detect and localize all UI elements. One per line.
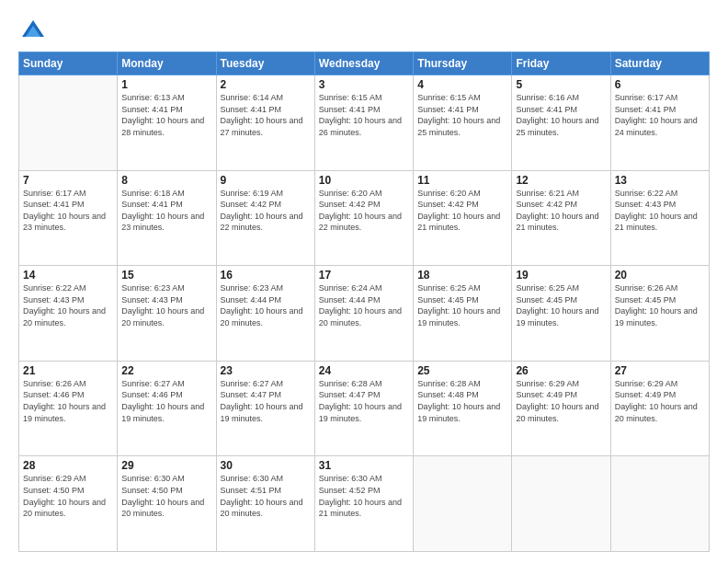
day-number: 30	[221, 459, 311, 472]
calendar-header-row: SundayMondayTuesdayWednesdayThursdayFrid…	[19, 52, 710, 75]
calendar-cell: 26Sunrise: 6:29 AMSunset: 4:49 PMDayligh…	[512, 361, 610, 456]
calendar-cell: 10Sunrise: 6:20 AMSunset: 4:42 PMDayligh…	[314, 170, 413, 266]
day-number: 24	[319, 364, 409, 377]
day-info: Sunrise: 6:13 AMSunset: 4:41 PMDaylight:…	[121, 92, 211, 138]
logo	[18, 18, 46, 44]
calendar-cell: 19Sunrise: 6:25 AMSunset: 4:45 PMDayligh…	[512, 266, 610, 362]
day-info: Sunrise: 6:24 AMSunset: 4:44 PMDaylight:…	[319, 282, 409, 328]
day-number: 19	[516, 269, 606, 282]
day-number: 4	[417, 78, 507, 91]
calendar-cell: 28Sunrise: 6:29 AMSunset: 4:50 PMDayligh…	[19, 456, 118, 552]
logo-icon	[20, 18, 46, 44]
calendar-week-5: 28Sunrise: 6:29 AMSunset: 4:50 PMDayligh…	[19, 456, 710, 552]
calendar-week-1: 1Sunrise: 6:13 AMSunset: 4:41 PMDaylight…	[19, 75, 710, 171]
calendar-week-4: 21Sunrise: 6:26 AMSunset: 4:46 PMDayligh…	[19, 361, 710, 456]
day-number: 12	[516, 174, 606, 187]
calendar-cell: 17Sunrise: 6:24 AMSunset: 4:44 PMDayligh…	[314, 266, 413, 362]
calendar-header-thursday: Thursday	[414, 52, 512, 75]
day-number: 11	[417, 174, 507, 187]
day-info: Sunrise: 6:29 AMSunset: 4:49 PMDaylight:…	[516, 378, 606, 424]
calendar-cell: 31Sunrise: 6:30 AMSunset: 4:52 PMDayligh…	[314, 456, 413, 552]
calendar-cell: 22Sunrise: 6:27 AMSunset: 4:46 PMDayligh…	[118, 361, 216, 456]
calendar-cell: 23Sunrise: 6:27 AMSunset: 4:47 PMDayligh…	[216, 361, 314, 456]
day-info: Sunrise: 6:15 AMSunset: 4:41 PMDaylight:…	[319, 92, 409, 138]
day-info: Sunrise: 6:19 AMSunset: 4:42 PMDaylight:…	[221, 188, 311, 234]
header	[18, 15, 710, 44]
day-info: Sunrise: 6:28 AMSunset: 4:47 PMDaylight:…	[319, 378, 409, 424]
day-number: 15	[121, 269, 211, 282]
calendar-cell: 20Sunrise: 6:26 AMSunset: 4:45 PMDayligh…	[610, 266, 709, 362]
calendar-cell: 18Sunrise: 6:25 AMSunset: 4:45 PMDayligh…	[414, 266, 512, 362]
day-info: Sunrise: 6:22 AMSunset: 4:43 PMDaylight:…	[23, 282, 113, 328]
calendar-cell: 13Sunrise: 6:22 AMSunset: 4:43 PMDayligh…	[610, 170, 709, 266]
day-number: 23	[221, 364, 311, 377]
calendar-cell: 8Sunrise: 6:18 AMSunset: 4:41 PMDaylight…	[118, 170, 216, 266]
calendar-header-tuesday: Tuesday	[216, 52, 314, 75]
calendar-cell: 29Sunrise: 6:30 AMSunset: 4:50 PMDayligh…	[118, 456, 216, 552]
day-number: 27	[615, 364, 705, 377]
day-number: 16	[221, 269, 311, 282]
day-info: Sunrise: 6:23 AMSunset: 4:44 PMDaylight:…	[221, 282, 311, 328]
day-number: 1	[121, 78, 211, 91]
day-info: Sunrise: 6:28 AMSunset: 4:48 PMDaylight:…	[417, 378, 507, 424]
day-info: Sunrise: 6:27 AMSunset: 4:47 PMDaylight:…	[221, 378, 311, 424]
calendar-header-saturday: Saturday	[610, 52, 709, 75]
calendar-cell: 21Sunrise: 6:26 AMSunset: 4:46 PMDayligh…	[19, 361, 118, 456]
calendar-cell	[19, 75, 118, 171]
day-number: 18	[417, 269, 507, 282]
day-number: 7	[23, 174, 113, 187]
page: SundayMondayTuesdayWednesdayThursdayFrid…	[0, 0, 728, 563]
day-info: Sunrise: 6:14 AMSunset: 4:41 PMDaylight:…	[221, 92, 311, 138]
calendar-cell	[414, 456, 512, 552]
day-info: Sunrise: 6:20 AMSunset: 4:42 PMDaylight:…	[319, 188, 409, 234]
day-number: 9	[221, 174, 311, 187]
day-info: Sunrise: 6:27 AMSunset: 4:46 PMDaylight:…	[121, 378, 211, 424]
day-info: Sunrise: 6:18 AMSunset: 4:41 PMDaylight:…	[121, 188, 211, 234]
calendar-cell: 12Sunrise: 6:21 AMSunset: 4:42 PMDayligh…	[512, 170, 610, 266]
day-number: 21	[23, 364, 113, 377]
day-number: 6	[615, 78, 705, 91]
day-info: Sunrise: 6:23 AMSunset: 4:43 PMDaylight:…	[121, 282, 211, 328]
calendar-week-2: 7Sunrise: 6:17 AMSunset: 4:41 PMDaylight…	[19, 170, 710, 266]
calendar-cell: 15Sunrise: 6:23 AMSunset: 4:43 PMDayligh…	[118, 266, 216, 362]
day-number: 29	[121, 459, 211, 472]
calendar-cell: 24Sunrise: 6:28 AMSunset: 4:47 PMDayligh…	[314, 361, 413, 456]
calendar-cell: 3Sunrise: 6:15 AMSunset: 4:41 PMDaylight…	[314, 75, 413, 171]
day-info: Sunrise: 6:29 AMSunset: 4:49 PMDaylight:…	[615, 378, 705, 424]
day-info: Sunrise: 6:17 AMSunset: 4:41 PMDaylight:…	[615, 92, 705, 138]
calendar-cell: 9Sunrise: 6:19 AMSunset: 4:42 PMDaylight…	[216, 170, 314, 266]
calendar-cell: 4Sunrise: 6:15 AMSunset: 4:41 PMDaylight…	[414, 75, 512, 171]
day-number: 5	[516, 78, 606, 91]
calendar-cell: 25Sunrise: 6:28 AMSunset: 4:48 PMDayligh…	[414, 361, 512, 456]
day-number: 25	[417, 364, 507, 377]
day-number: 31	[319, 459, 409, 472]
day-info: Sunrise: 6:21 AMSunset: 4:42 PMDaylight:…	[516, 188, 606, 234]
calendar-cell: 6Sunrise: 6:17 AMSunset: 4:41 PMDaylight…	[610, 75, 709, 171]
calendar-cell: 14Sunrise: 6:22 AMSunset: 4:43 PMDayligh…	[19, 266, 118, 362]
calendar-week-3: 14Sunrise: 6:22 AMSunset: 4:43 PMDayligh…	[19, 266, 710, 362]
calendar-cell: 2Sunrise: 6:14 AMSunset: 4:41 PMDaylight…	[216, 75, 314, 171]
day-number: 28	[23, 459, 113, 472]
calendar-header-friday: Friday	[512, 52, 610, 75]
day-number: 14	[23, 269, 113, 282]
calendar-cell: 1Sunrise: 6:13 AMSunset: 4:41 PMDaylight…	[118, 75, 216, 171]
day-info: Sunrise: 6:20 AMSunset: 4:42 PMDaylight:…	[417, 188, 507, 234]
day-info: Sunrise: 6:17 AMSunset: 4:41 PMDaylight:…	[23, 188, 113, 234]
day-number: 20	[615, 269, 705, 282]
day-info: Sunrise: 6:30 AMSunset: 4:52 PMDaylight:…	[319, 473, 409, 519]
calendar-header-sunday: Sunday	[19, 52, 118, 75]
calendar-cell: 30Sunrise: 6:30 AMSunset: 4:51 PMDayligh…	[216, 456, 314, 552]
day-info: Sunrise: 6:29 AMSunset: 4:50 PMDaylight:…	[23, 473, 113, 519]
day-number: 17	[319, 269, 409, 282]
day-info: Sunrise: 6:15 AMSunset: 4:41 PMDaylight:…	[417, 92, 507, 138]
day-number: 8	[121, 174, 211, 187]
day-number: 26	[516, 364, 606, 377]
calendar-header-monday: Monday	[118, 52, 216, 75]
calendar-cell: 5Sunrise: 6:16 AMSunset: 4:41 PMDaylight…	[512, 75, 610, 171]
day-number: 3	[319, 78, 409, 91]
calendar-cell: 27Sunrise: 6:29 AMSunset: 4:49 PMDayligh…	[610, 361, 709, 456]
day-info: Sunrise: 6:30 AMSunset: 4:50 PMDaylight:…	[121, 473, 211, 519]
day-info: Sunrise: 6:26 AMSunset: 4:46 PMDaylight:…	[23, 378, 113, 424]
calendar-header-wednesday: Wednesday	[314, 52, 413, 75]
day-info: Sunrise: 6:22 AMSunset: 4:43 PMDaylight:…	[615, 188, 705, 234]
